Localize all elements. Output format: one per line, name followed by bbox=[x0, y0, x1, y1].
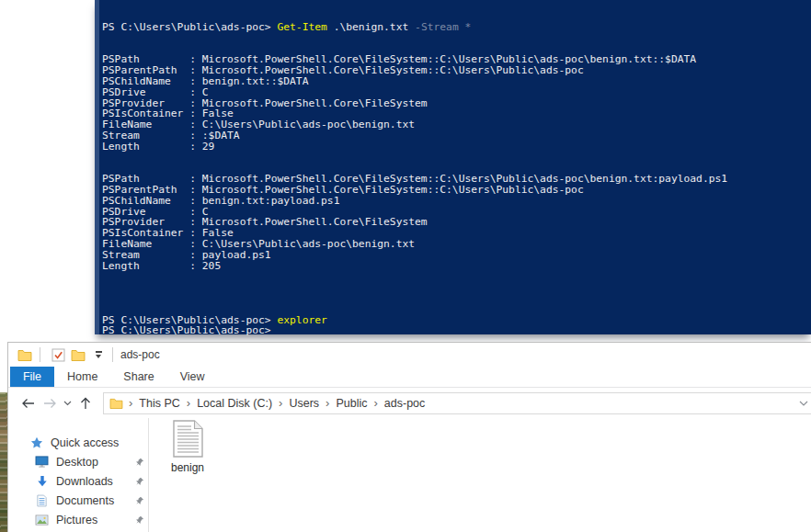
file-name: benign bbox=[171, 461, 204, 474]
sidebar-label: Pictures bbox=[56, 514, 97, 526]
downloads-icon bbox=[34, 475, 50, 488]
breadcrumb-folder-icon bbox=[109, 398, 123, 409]
breadcrumb-separator: › bbox=[371, 396, 382, 410]
breadcrumb-separator: › bbox=[183, 396, 194, 410]
explorer-content: Quick access Desktop Downloads bbox=[8, 418, 811, 532]
history-chevron-icon[interactable] bbox=[62, 392, 74, 414]
desktop-icon bbox=[34, 456, 50, 468]
navigation-pane: Quick access Desktop Downloads bbox=[8, 418, 148, 532]
documents-icon bbox=[34, 494, 50, 507]
checkmark-icon[interactable] bbox=[48, 345, 68, 364]
window-folder-icon bbox=[17, 349, 32, 361]
sidebar-item-pictures[interactable]: Pictures bbox=[8, 510, 148, 529]
tab-share[interactable]: Share bbox=[110, 367, 166, 387]
console-output: PS C:\Users\Public\ads-poc> Get-Item .\b… bbox=[99, 0, 811, 336]
breadcrumb-separator: › bbox=[322, 396, 333, 410]
tab-view[interactable]: View bbox=[167, 367, 218, 387]
titlebar-separator bbox=[40, 347, 40, 362]
back-arrow-icon[interactable] bbox=[17, 392, 38, 414]
titlebar-separator bbox=[112, 347, 113, 362]
breadcrumb-separator: › bbox=[125, 396, 136, 410]
customize-qat-caret-icon[interactable] bbox=[92, 351, 105, 358]
powershell-window[interactable]: PS C:\Users\Public\ads-poc> Get-Item .\b… bbox=[95, 0, 811, 334]
file-list: benign bbox=[149, 418, 811, 532]
ribbon-tab-bar: File Home Share View bbox=[8, 367, 811, 388]
pin-icon[interactable] bbox=[135, 515, 144, 525]
up-arrow-icon[interactable] bbox=[75, 392, 96, 414]
tab-file[interactable]: File bbox=[10, 367, 54, 387]
sidebar-label: Documents bbox=[56, 494, 114, 507]
sidebar-item-documents[interactable]: Documents bbox=[8, 491, 148, 510]
sidebar-item-downloads[interactable]: Downloads bbox=[8, 471, 148, 491]
pin-icon[interactable] bbox=[135, 477, 144, 486]
navigation-bar: › This PC › Local Disk (C:) › Users › Pu… bbox=[8, 388, 811, 418]
breadcrumb-users[interactable]: Users bbox=[286, 397, 322, 410]
sidebar-label: Quick access bbox=[51, 436, 119, 449]
breadcrumb-ads-poc[interactable]: ads-poc bbox=[382, 397, 428, 410]
sidebar-item-quick-access[interactable]: Quick access bbox=[8, 433, 148, 452]
breadcrumb-public[interactable]: Public bbox=[333, 397, 370, 410]
sidebar-label: Desktop bbox=[56, 456, 98, 469]
pin-icon[interactable] bbox=[135, 458, 144, 467]
folder-icon[interactable] bbox=[68, 345, 88, 364]
breadcrumb-this-pc[interactable]: This PC bbox=[136, 397, 182, 410]
address-dropdown-icon[interactable] bbox=[799, 401, 808, 406]
address-bar[interactable]: › This PC › Local Disk (C:) › Users › Pu… bbox=[103, 392, 811, 414]
breadcrumb-separator: › bbox=[275, 396, 286, 410]
star-icon bbox=[29, 436, 44, 448]
text-document-icon bbox=[173, 420, 203, 458]
pictures-icon bbox=[34, 515, 50, 526]
breadcrumb-local-disk[interactable]: Local Disk (C:) bbox=[194, 397, 275, 410]
file-item-benign[interactable]: benign bbox=[158, 420, 217, 474]
explorer-titlebar: ads-poc bbox=[8, 343, 811, 367]
file-explorer-window[interactable]: ads-poc File Home Share View bbox=[7, 342, 811, 532]
desktop: PS C:\Users\Public\ads-poc> Get-Item .\b… bbox=[0, 0, 811, 532]
window-title: ads-poc bbox=[120, 348, 160, 361]
forward-arrow-icon[interactable] bbox=[40, 392, 60, 414]
sidebar-label: Downloads bbox=[56, 475, 113, 488]
pin-icon[interactable] bbox=[135, 496, 144, 505]
tab-home[interactable]: Home bbox=[54, 367, 110, 387]
sidebar-item-desktop[interactable]: Desktop bbox=[8, 452, 148, 471]
